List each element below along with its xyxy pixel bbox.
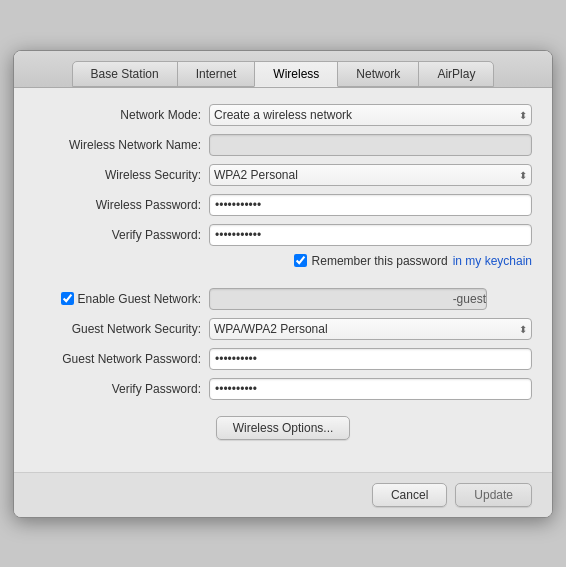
guest-verify-control (209, 378, 532, 400)
guest-security-control: None WEP WPA Personal WPA2 Personal WPA/… (209, 318, 532, 340)
guest-verify-row: Verify Password: (34, 378, 532, 400)
guest-verify-input[interactable] (209, 378, 532, 400)
guest-verify-label: Verify Password: (34, 382, 209, 396)
remember-password-row: Remember this password in my keychain (209, 254, 532, 268)
network-mode-control: Create a wireless network Join a wireles… (209, 104, 532, 126)
wireless-name-row: Wireless Network Name: (34, 134, 532, 156)
guest-name-input[interactable] (209, 288, 487, 310)
wireless-security-select[interactable]: None WEP WPA Personal WPA2 Personal WPA/… (209, 164, 532, 186)
verify-password-row: Verify Password: (34, 224, 532, 246)
network-mode-label: Network Mode: (34, 108, 209, 122)
wireless-security-control: None WEP WPA Personal WPA2 Personal WPA/… (209, 164, 532, 186)
wireless-security-row: Wireless Security: None WEP WPA Personal… (34, 164, 532, 186)
content-area: Network Mode: Create a wireless network … (14, 88, 552, 472)
guest-password-row: Guest Network Password: (34, 348, 532, 370)
guest-name-control: -guest (209, 288, 532, 310)
enable-guest-label-wrap: Enable Guest Network: (34, 292, 209, 306)
enable-guest-label: Enable Guest Network: (78, 292, 201, 306)
guest-network-row: Enable Guest Network: -guest (34, 288, 532, 310)
network-mode-select[interactable]: Create a wireless network Join a wireles… (209, 104, 532, 126)
keychain-link[interactable]: in my keychain (453, 254, 532, 268)
bottom-bar: Cancel Update (14, 472, 552, 517)
cancel-button[interactable]: Cancel (372, 483, 447, 507)
tab-bar: Base Station Internet Wireless Network A… (14, 51, 552, 88)
wireless-password-row: Wireless Password: (34, 194, 532, 216)
spacer (34, 276, 532, 288)
tab-wireless[interactable]: Wireless (254, 61, 338, 87)
guest-suffix: -guest (453, 292, 486, 306)
verify-password-label: Verify Password: (34, 228, 209, 242)
main-window: Base Station Internet Wireless Network A… (13, 50, 553, 518)
guest-password-input[interactable] (209, 348, 532, 370)
wireless-password-control (209, 194, 532, 216)
wireless-password-label: Wireless Password: (34, 198, 209, 212)
verify-password-control (209, 224, 532, 246)
wireless-options-button[interactable]: Wireless Options... (216, 416, 351, 440)
verify-password-input[interactable] (209, 224, 532, 246)
update-button[interactable]: Update (455, 483, 532, 507)
remember-password-label: Remember this password in my keychain (294, 254, 532, 268)
guest-security-row: Guest Network Security: None WEP WPA Per… (34, 318, 532, 340)
wireless-name-control (209, 134, 532, 156)
guest-password-label: Guest Network Password: (34, 352, 209, 366)
enable-guest-checkbox[interactable] (61, 292, 74, 305)
tab-network[interactable]: Network (337, 61, 419, 87)
tab-internet[interactable]: Internet (177, 61, 256, 87)
remember-password-checkbox[interactable] (294, 254, 307, 267)
tab-airplay[interactable]: AirPlay (418, 61, 494, 87)
wireless-options-section: Wireless Options... (34, 416, 532, 440)
network-mode-row: Network Mode: Create a wireless network … (34, 104, 532, 126)
tab-base-station[interactable]: Base Station (72, 61, 178, 87)
guest-password-control (209, 348, 532, 370)
wireless-name-input[interactable] (209, 134, 532, 156)
guest-security-label: Guest Network Security: (34, 322, 209, 336)
wireless-security-label: Wireless Security: (34, 168, 209, 182)
wireless-password-input[interactable] (209, 194, 532, 216)
wireless-name-label: Wireless Network Name: (34, 138, 209, 152)
guest-security-select[interactable]: None WEP WPA Personal WPA2 Personal WPA/… (209, 318, 532, 340)
